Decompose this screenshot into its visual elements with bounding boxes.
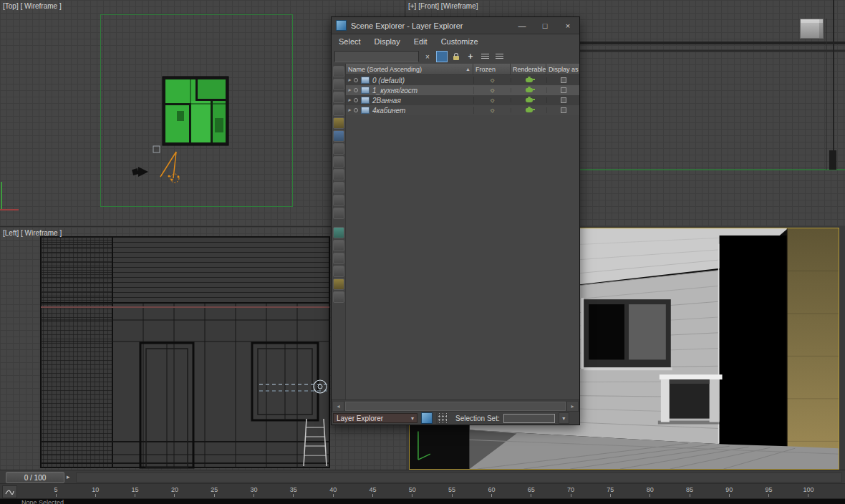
sort-by-color-icon[interactable] (333, 253, 344, 264)
scrollbar-thumb[interactable] (345, 402, 566, 411)
timeline-tick: 25 (206, 486, 223, 497)
layer-row[interactable]: ▸ 0 (default) ☼ (346, 75, 579, 85)
selection-set-input[interactable] (503, 414, 555, 423)
expand-hierarchy-icon[interactable] (333, 278, 344, 290)
layer-icon (361, 77, 370, 84)
viewport-top-label[interactable]: [Top] [ Wireframe ] (3, 2, 62, 10)
sort-ascending-icon: ▲ (463, 67, 470, 72)
viewport-left-label[interactable]: [Left] [ Wireframe ] (3, 229, 62, 237)
expand-arrow-icon[interactable]: ▸ (348, 97, 351, 103)
layer-row[interactable]: ▸ 4кабинет ☼ (346, 105, 579, 115)
display-shapes-icon[interactable] (333, 92, 344, 103)
renderable-teapot-icon[interactable] (526, 88, 533, 92)
collapse-all-button[interactable] (493, 51, 505, 62)
next-frame-arrow-icon[interactable]: ▸ (67, 473, 70, 480)
timeline-tick: 80 (642, 486, 659, 497)
menu-display[interactable]: Display (375, 37, 400, 46)
expand-all-button[interactable] (479, 51, 491, 62)
frozen-toggle-icon[interactable]: ☼ (489, 87, 496, 94)
time-slider-track[interactable] (76, 472, 842, 483)
expand-arrow-icon[interactable]: ▸ (348, 107, 351, 113)
display-spacewarps-icon[interactable] (333, 143, 344, 155)
display-lights-icon[interactable] (333, 105, 344, 116)
renderable-teapot-icon[interactable] (526, 98, 533, 102)
display-xrefs-icon[interactable] (333, 195, 344, 206)
select-filter-toggle[interactable] (436, 51, 448, 62)
display-geometry-icon[interactable] (333, 79, 344, 90)
display-materials-icon[interactable] (333, 208, 344, 219)
display-as-box-toggle-icon[interactable] (561, 87, 566, 93)
layer-name[interactable]: 0 (default) (372, 77, 405, 84)
active-layer-dot[interactable] (354, 78, 358, 82)
clear-search-button[interactable]: × (422, 51, 433, 62)
lock-cell-editing-toggle[interactable] (450, 51, 462, 62)
viewport-front-label[interactable]: [+] [Front] [Wireframe] (408, 2, 478, 10)
layer-name[interactable]: 2Ванная (372, 97, 401, 105)
frozen-toggle-icon[interactable]: ☼ (489, 107, 496, 114)
add-layer-button[interactable]: + (465, 51, 476, 62)
column-display-as-box[interactable]: Display as Bo (546, 64, 579, 74)
display-none-icon[interactable] (333, 66, 344, 77)
display-as-box-toggle-icon[interactable] (561, 97, 566, 103)
layer-row[interactable]: ▸ 2Ванная ☼ (346, 95, 579, 105)
timeline-tick: 100 (800, 486, 817, 497)
layer-icon (361, 87, 370, 94)
close-button[interactable]: × (556, 17, 579, 34)
menu-customize[interactable]: Customize (441, 37, 478, 46)
layer-row[interactable]: ▸ 1_кухня/гост ☼ (346, 85, 579, 95)
timeline-tick: 5 (47, 486, 64, 497)
column-header-row: Name (Sorted Ascending) ▲ Frozen Rendera… (346, 64, 579, 75)
viewcube[interactable] (800, 19, 824, 39)
expand-arrow-icon[interactable]: ▸ (348, 87, 351, 93)
column-name[interactable]: Name (Sorted Ascending) ▲ (346, 64, 473, 74)
active-layer-dot[interactable] (354, 108, 358, 112)
search-input[interactable] (334, 51, 419, 62)
mini-curve-editor-button[interactable] (2, 485, 17, 498)
horizontal-scrollbar[interactable]: ◂ ▸ (332, 399, 579, 412)
menu-edit[interactable]: Edit (414, 37, 428, 46)
scene-explorer-mode-icon[interactable] (421, 412, 433, 424)
layer-list[interactable]: ▸ 0 (default) ☼ ▸ (346, 75, 579, 400)
timeline-tick: 50 (404, 486, 421, 497)
explorer-mode-select[interactable]: Layer Explorer ▾ (333, 413, 417, 423)
selection-set-label: Selection Set: (455, 415, 500, 422)
renderable-teapot-icon[interactable] (526, 108, 533, 112)
display-filter-strip (332, 64, 346, 400)
track-bar[interactable]: 0 / 100 ▸ (0, 470, 845, 484)
column-frozen[interactable]: Frozen (473, 64, 511, 74)
scroll-right-arrow[interactable]: ▸ (566, 401, 579, 412)
layer-name[interactable]: 4кабинет (372, 107, 405, 115)
time-slider-frame-box[interactable]: 0 / 100 (6, 472, 64, 483)
frozen-toggle-icon[interactable]: ☼ (489, 97, 496, 104)
menu-select[interactable]: Select (339, 37, 361, 46)
renderable-teapot-icon[interactable] (526, 78, 533, 82)
timeline-ruler[interactable]: 5 10 15 20 25 30 35 40 45 50 55 60 65 70… (0, 484, 845, 499)
window-titlebar[interactable]: Scene Explorer - Layer Explorer — □ × (332, 17, 579, 34)
scroll-left-arrow[interactable]: ◂ (332, 401, 344, 412)
display-as-box-toggle-icon[interactable] (561, 107, 566, 113)
lock-icon (453, 56, 459, 60)
display-cameras-icon[interactable] (333, 117, 344, 129)
frozen-toggle-icon[interactable]: ☼ (489, 77, 496, 84)
active-layer-dot[interactable] (354, 88, 358, 92)
sort-by-layer-icon[interactable] (333, 266, 344, 277)
list-lines-icon (496, 54, 503, 60)
expand-arrow-icon[interactable]: ▸ (348, 77, 351, 83)
column-renderable[interactable]: Renderable (511, 64, 546, 74)
sort-by-type-icon[interactable] (333, 240, 344, 251)
selection-set-dropdown-icon[interactable]: ▾ (559, 412, 569, 424)
timeline-tick: 40 (324, 486, 342, 497)
layer-name[interactable]: 1_кухня/гост (372, 87, 417, 94)
display-groups-icon[interactable] (333, 182, 344, 193)
minimize-button[interactable]: — (511, 17, 533, 34)
scene-explorer-window: Scene Explorer - Layer Explorer — □ × Se… (331, 16, 580, 425)
display-as-box-toggle-icon[interactable] (561, 77, 566, 83)
display-bones-icon[interactable] (333, 169, 344, 180)
collapse-hierarchy-icon[interactable] (333, 291, 344, 303)
active-layer-dot[interactable] (354, 98, 358, 102)
display-particles-icon[interactable] (333, 156, 344, 168)
display-helpers-icon[interactable] (333, 130, 344, 142)
dock-grip-icon[interactable] (436, 412, 448, 424)
sort-by-name-icon[interactable] (333, 227, 344, 238)
maximize-button[interactable]: □ (533, 17, 556, 34)
